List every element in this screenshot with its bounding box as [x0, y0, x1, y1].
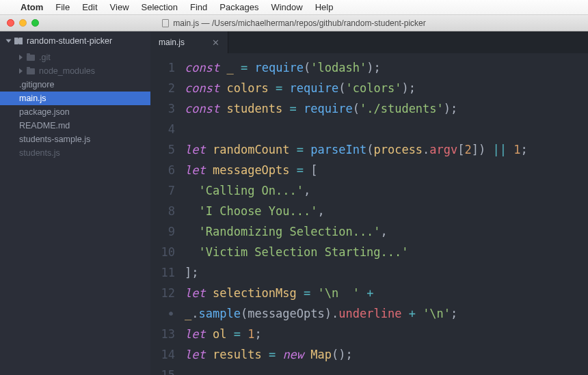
- close-tab-icon[interactable]: ✕: [212, 38, 219, 48]
- tree-item-node_modules[interactable]: node_modules: [0, 64, 150, 78]
- tree-item-label: .git: [39, 53, 51, 62]
- menu-packages[interactable]: Packages: [219, 2, 258, 12]
- menu-window[interactable]: Window: [271, 2, 302, 12]
- tree-item--git[interactable]: .git: [0, 51, 150, 64]
- menu-find[interactable]: Find: [190, 2, 207, 12]
- tree-item--gitignore[interactable]: .gitignore: [0, 78, 150, 92]
- menu-view[interactable]: View: [110, 2, 129, 12]
- tree-item-label: package.json: [19, 107, 70, 117]
- tree-item-label: .gitignore: [19, 80, 54, 89]
- line-gutter: 123456789101112•131415: [150, 53, 185, 375]
- project-root[interactable]: random-student-picker: [0, 31, 150, 51]
- menu-help[interactable]: Help: [315, 2, 334, 12]
- macos-menubar: Atom File Edit View Selection Find Packa…: [0, 0, 588, 15]
- window-title: main.js — /Users/michaelherman/repos/git…: [0, 18, 588, 28]
- project-name: random-student-picker: [27, 36, 112, 46]
- tab-main-js[interactable]: main.js ✕: [150, 31, 228, 53]
- tree-item-students-js[interactable]: students.js: [0, 146, 150, 160]
- menu-selection[interactable]: Selection: [142, 2, 178, 12]
- tree-item-main-js[interactable]: main.js: [0, 92, 150, 105]
- code-content[interactable]: const _ = require('lodash');const colors…: [185, 53, 588, 375]
- chevron-right-icon[interactable]: [19, 68, 23, 74]
- code-editor[interactable]: 123456789101112•131415 const _ = require…: [150, 53, 588, 375]
- tree-item-label: README.md: [19, 121, 70, 130]
- chevron-right-icon[interactable]: [19, 55, 23, 60]
- menu-atom[interactable]: Atom: [21, 2, 43, 12]
- menu-file[interactable]: File: [55, 2, 70, 12]
- tree-item-label: node_modules: [39, 66, 95, 76]
- repo-icon: [14, 38, 23, 44]
- tree-item-package-json[interactable]: package.json: [0, 105, 150, 119]
- menu-edit[interactable]: Edit: [82, 2, 97, 12]
- folder-icon: [27, 68, 35, 74]
- tree-item-README-md[interactable]: README.md: [0, 119, 150, 133]
- tab-bar[interactable]: main.js ✕: [150, 31, 588, 53]
- tab-label: main.js: [159, 38, 185, 47]
- tree-item-students-sample-js[interactable]: students-sample.js: [0, 133, 150, 146]
- tree-item-label: students-sample.js: [19, 135, 90, 144]
- chevron-down-icon[interactable]: [6, 40, 12, 43]
- window-title-text: main.js — /Users/michaelherman/repos/git…: [173, 18, 426, 28]
- file-icon: [162, 19, 169, 27]
- tree-item-label: main.js: [19, 94, 46, 103]
- folder-icon: [27, 55, 35, 61]
- tree-item-label: students.js: [19, 148, 60, 158]
- window-titlebar[interactable]: main.js — /Users/michaelherman/repos/git…: [0, 15, 588, 31]
- project-tree[interactable]: random-student-picker .gitnode_modules.g…: [0, 31, 150, 375]
